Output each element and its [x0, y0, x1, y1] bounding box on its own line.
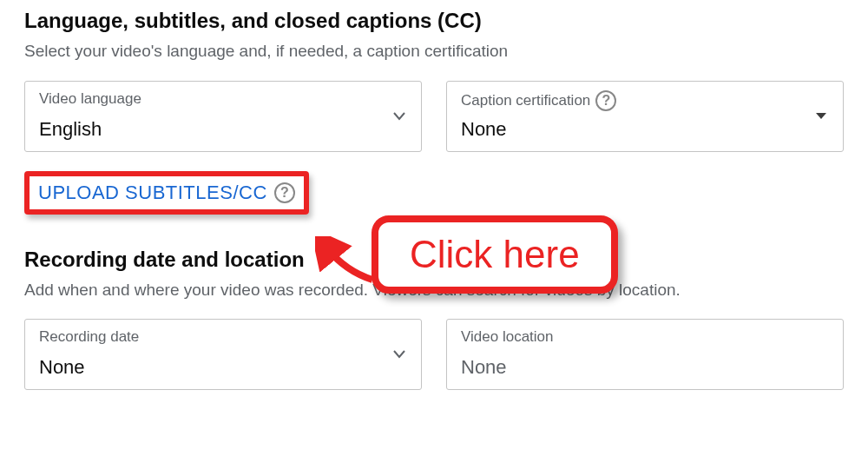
- language-section-title: Language, subtitles, and closed captions…: [24, 9, 844, 33]
- caption-certification-select[interactable]: Caption certification ? None: [446, 81, 844, 152]
- recording-fields-row: Recording date None Video location None: [24, 319, 844, 390]
- video-language-value: English: [39, 118, 407, 141]
- caption-certification-value: None: [461, 118, 829, 141]
- upload-subtitles-button[interactable]: UPLOAD SUBTITLES/CC: [38, 182, 267, 204]
- chevron-down-icon: [393, 109, 405, 124]
- video-language-label-text: Video language: [39, 90, 141, 108]
- language-section: Language, subtitles, and closed captions…: [24, 9, 844, 244]
- chevron-down-icon: [393, 347, 405, 362]
- video-location-label-text: Video location: [461, 328, 554, 346]
- annotation-callout: Click here: [372, 215, 618, 294]
- video-language-label: Video language: [39, 90, 407, 108]
- language-fields-row: Video language English Caption certifica…: [24, 81, 844, 152]
- caption-certification-label-text: Caption certification: [461, 92, 590, 109]
- recording-date-label: Recording date: [39, 328, 407, 346]
- recording-date-label-text: Recording date: [39, 328, 139, 346]
- upload-subtitles-highlight: UPLOAD SUBTITLES/CC ?: [24, 171, 309, 215]
- caption-certification-label: Caption certification ?: [461, 90, 829, 111]
- video-location-label: Video location: [461, 328, 829, 346]
- video-location-value: None: [461, 356, 829, 379]
- video-language-select[interactable]: Video language English: [24, 81, 422, 152]
- recording-date-value: None: [39, 356, 407, 379]
- annotation-callout-text: Click here: [410, 233, 580, 275]
- recording-date-select[interactable]: Recording date None: [24, 319, 422, 390]
- help-icon[interactable]: ?: [595, 90, 616, 111]
- help-icon[interactable]: ?: [274, 182, 295, 203]
- video-location-input[interactable]: Video location None: [446, 319, 844, 390]
- language-section-subtitle: Select your video's language and, if nee…: [24, 40, 844, 63]
- chevron-down-icon: [815, 109, 827, 124]
